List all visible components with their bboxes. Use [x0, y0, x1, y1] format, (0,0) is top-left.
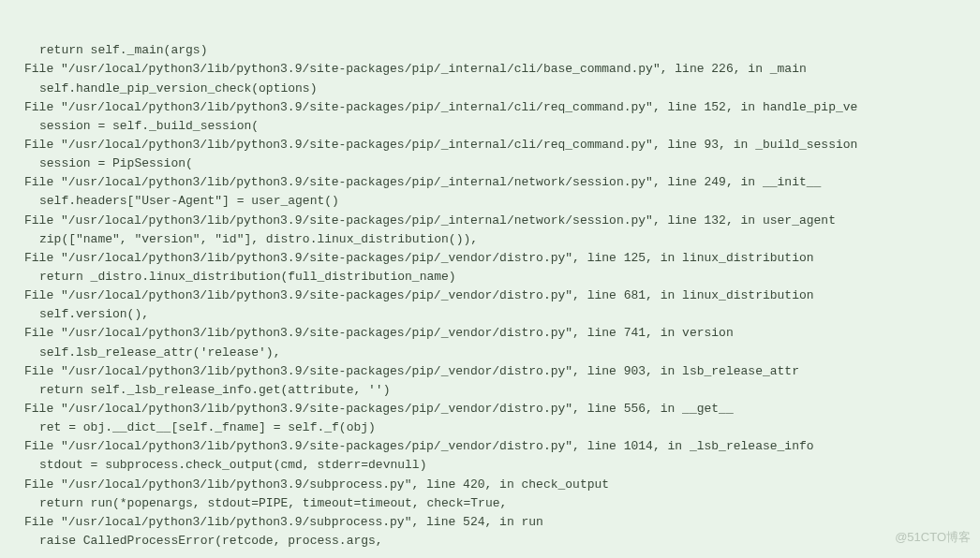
traceback-line: raise CalledProcessError(retcode, proces…: [6, 532, 974, 551]
traceback-line: File "/usr/local/python3/lib/python3.9/s…: [6, 60, 974, 79]
traceback-line: session = self._build_session(: [6, 117, 974, 136]
traceback-line: return self._main(args): [6, 41, 974, 60]
traceback-line: File "/usr/local/python3/lib/python3.9/s…: [6, 324, 974, 343]
traceback-line: File "/usr/local/python3/lib/python3.9/s…: [6, 362, 974, 381]
traceback-line: zip(["name", "version", "id"], distro.li…: [6, 230, 974, 249]
traceback-line: File "/usr/local/python3/lib/python3.9/s…: [6, 476, 974, 494]
traceback-line: File "/usr/local/python3/lib/python3.9/s…: [6, 513, 974, 532]
traceback-line: session = PipSession(: [6, 154, 974, 173]
traceback-line: return _distro.linux_distribution(full_d…: [6, 268, 974, 286]
traceback-line: File "/usr/local/python3/lib/python3.9/s…: [6, 136, 974, 154]
watermark: @51CTO博客: [895, 528, 971, 547]
traceback-line: self.version(),: [6, 305, 974, 324]
traceback-line: File "/usr/local/python3/lib/python3.9/s…: [6, 400, 974, 418]
traceback-line: File "/usr/local/python3/lib/python3.9/s…: [6, 173, 974, 192]
traceback-line: return self._lsb_release_info.get(attrib…: [6, 381, 974, 400]
traceback-line: File "/usr/local/python3/lib/python3.9/s…: [6, 212, 974, 230]
traceback-lines: return self._main(args)File "/usr/local/…: [6, 41, 974, 551]
python-traceback: return self._main(args)File "/usr/local/…: [0, 0, 980, 558]
traceback-line: stdout = subprocess.check_output(cmd, st…: [6, 456, 974, 475]
traceback-line: self.handle_pip_version_check(options): [6, 80, 974, 98]
traceback-line: ret = obj.__dict__[self._fname] = self._…: [6, 418, 974, 437]
traceback-line: self.headers["User-Agent"] = user_agent(…: [6, 192, 974, 211]
traceback-line: File "/usr/local/python3/lib/python3.9/s…: [6, 437, 974, 456]
traceback-line: return run(*popenargs, stdout=PIPE, time…: [6, 494, 974, 513]
traceback-line: File "/usr/local/python3/lib/python3.9/s…: [6, 98, 974, 117]
traceback-line: self.lsb_release_attr('release'),: [6, 344, 974, 362]
traceback-line: File "/usr/local/python3/lib/python3.9/s…: [6, 286, 974, 305]
traceback-line: File "/usr/local/python3/lib/python3.9/s…: [6, 249, 974, 268]
